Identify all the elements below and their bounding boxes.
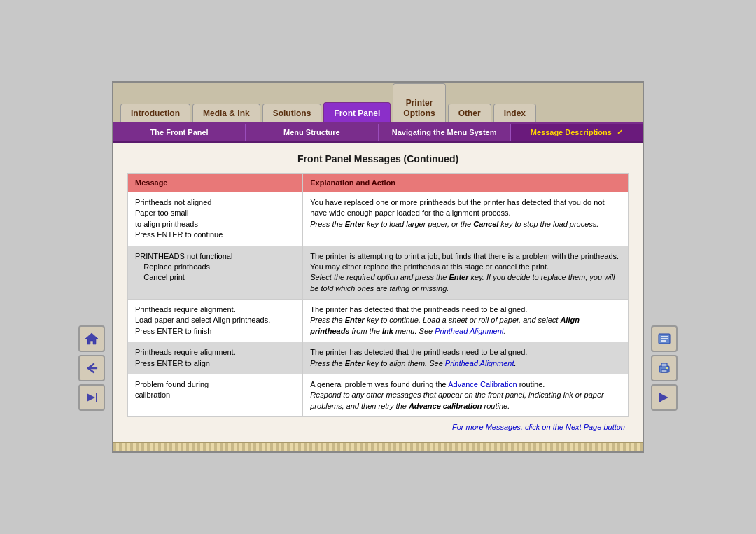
svg-marker-1 xyxy=(87,393,95,402)
svg-point-10 xyxy=(666,367,668,369)
message-cell: PRINTHEADS not functional Replace printh… xyxy=(128,246,303,300)
svg-marker-0 xyxy=(85,333,98,344)
message-cell: Printheads require alignment.Press ENTER… xyxy=(128,342,303,374)
sub-tab-bar: The Front Panel Menu Structure Navigatin… xyxy=(113,124,643,143)
explanation-cell: The printer is attempting to print a job… xyxy=(303,246,629,300)
print-button[interactable] xyxy=(651,355,678,381)
left-nav-buttons xyxy=(78,325,105,411)
message-cell: Printheads not alignedPaper too smallto … xyxy=(128,192,303,246)
checkmark-icon: ✓ xyxy=(617,128,623,136)
page-title: Front Panel Messages (Continued) xyxy=(127,153,629,164)
tab-printer-options[interactable]: PrinterOptions xyxy=(393,83,445,122)
svg-rect-12 xyxy=(659,393,661,402)
svg-marker-11 xyxy=(660,393,668,402)
col-header-explanation: Explanation and Action xyxy=(303,173,629,192)
col-header-message: Message xyxy=(128,173,303,192)
table-row: PRINTHEADS not functional Replace printh… xyxy=(128,246,629,300)
contents-button[interactable] xyxy=(651,325,678,352)
table-row: Problem found duringcalibration A genera… xyxy=(128,374,629,417)
svg-rect-9 xyxy=(662,370,667,372)
tab-index[interactable]: Index xyxy=(493,104,536,122)
right-nav-buttons xyxy=(651,325,678,411)
subtab-navigating[interactable]: Navigating the Menu System xyxy=(379,124,511,141)
subtab-menu-structure[interactable]: Menu Structure xyxy=(246,124,378,141)
main-content: Front Panel Messages (Continued) Message… xyxy=(113,143,643,442)
next-button-left[interactable] xyxy=(78,384,105,411)
subtab-message-descriptions[interactable]: Message Descriptions ✓ xyxy=(511,124,643,141)
explanation-cell: The printer has detected that the printh… xyxy=(303,300,629,342)
svg-rect-8 xyxy=(662,363,667,367)
home-button[interactable] xyxy=(78,325,105,352)
table-row: Printheads require alignment.Press ENTER… xyxy=(128,342,629,374)
svg-rect-2 xyxy=(96,393,97,402)
forward-button[interactable] xyxy=(651,384,678,411)
explanation-cell: A general problem was found during the A… xyxy=(303,374,629,417)
messages-table: Message Explanation and Action Printhead… xyxy=(127,173,629,417)
table-row: Printheads require alignment.Load paper … xyxy=(128,300,629,342)
tab-front-panel[interactable]: Front Panel xyxy=(323,102,391,122)
message-cell: Printheads require alignment.Load paper … xyxy=(128,300,303,342)
message-cell: Problem found duringcalibration xyxy=(128,374,303,417)
tab-media-ink[interactable]: Media & Ink xyxy=(192,104,260,122)
tab-bar: Introduction Media & Ink Solutions Front… xyxy=(113,83,643,124)
tab-other[interactable]: Other xyxy=(448,104,491,122)
tab-solutions[interactable]: Solutions xyxy=(262,104,322,122)
tab-introduction[interactable]: Introduction xyxy=(120,104,190,122)
explanation-cell: You have replaced one or more printheads… xyxy=(303,192,629,246)
explanation-cell: The printer has detected that the printh… xyxy=(303,342,629,374)
next-page-note: For more Messages, click on the Next Pag… xyxy=(127,423,629,431)
table-row: Printheads not alignedPaper too smallto … xyxy=(128,192,629,246)
back-button[interactable] xyxy=(78,355,105,381)
subtab-front-panel[interactable]: The Front Panel xyxy=(113,124,246,141)
scroll-decoration xyxy=(113,442,643,451)
